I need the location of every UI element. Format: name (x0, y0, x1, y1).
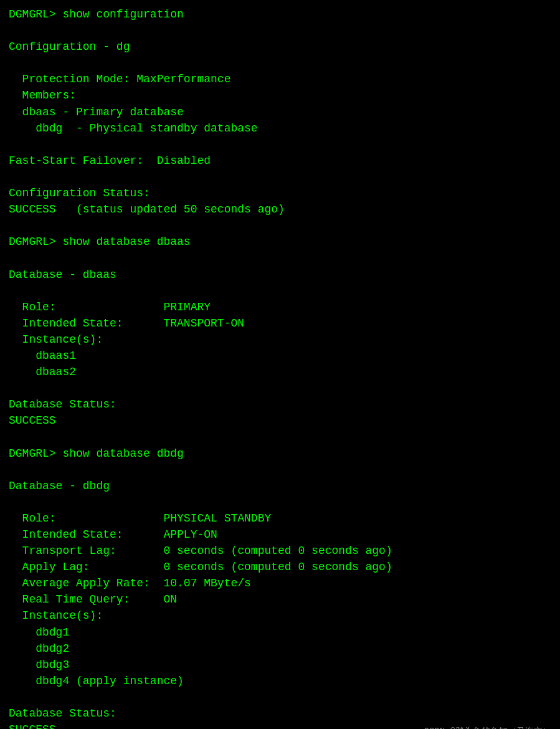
terminal-output: DGMGRL> show configuration Configuration… (9, 6, 551, 729)
watermark: CSDN @胖头鱼的鱼缸（尹海文） (424, 725, 551, 729)
